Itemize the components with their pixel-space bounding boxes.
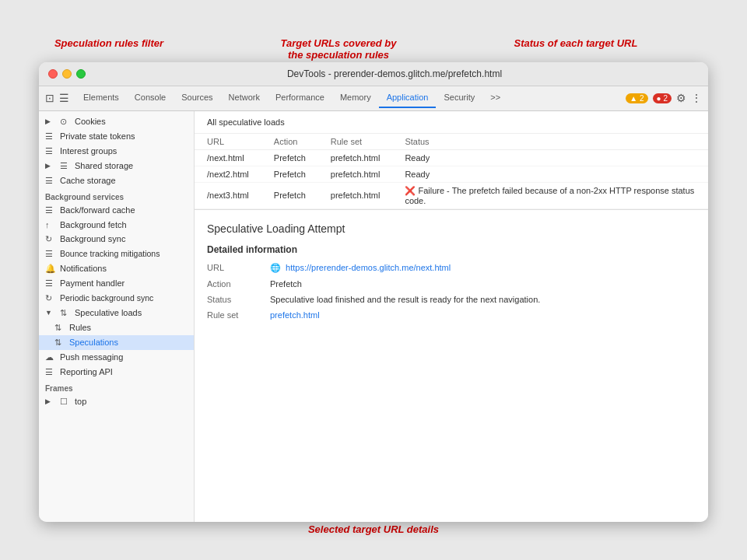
row3-action: Prefetch xyxy=(261,182,318,208)
sidebar-label-shared: Shared storage xyxy=(75,161,133,170)
sidebar-label-bg-sync: Background sync xyxy=(60,234,125,243)
sidebar-label-notifications: Notifications xyxy=(60,264,107,273)
section-background-services: Background services xyxy=(39,188,194,203)
sidebar-item-interest-groups[interactable]: ☰ Interest groups xyxy=(39,144,194,159)
row3-status: ❌ Failure - The prefetch failed because … xyxy=(392,182,708,208)
row1-url: /next.html xyxy=(195,149,261,166)
row2-ruleset: prefetch.html xyxy=(318,166,393,182)
sidebar-label-bounce: Bounce tracking mitigations xyxy=(60,249,160,258)
section-frames: Frames xyxy=(39,380,194,394)
row1-status: Ready xyxy=(392,149,708,166)
close-button[interactable] xyxy=(48,69,58,79)
cache-icon: ☰ xyxy=(45,176,56,186)
url-link[interactable]: https://prerender-demos.glitch.me/next.h… xyxy=(286,263,451,272)
table-row[interactable]: /next2.html Prefetch prefetch.html Ready xyxy=(195,166,708,182)
maximize-button[interactable] xyxy=(76,69,86,79)
row2-url: /next2.html xyxy=(195,166,261,182)
col-ruleset: Rule set xyxy=(318,134,393,150)
col-action: Action xyxy=(261,134,318,150)
sidebar-item-periodic-bg-sync[interactable]: ↻ Periodic background sync xyxy=(39,291,194,306)
sidebar-item-cache-storage[interactable]: ☰ Cache storage xyxy=(39,173,194,188)
notification-icon: 🔔 xyxy=(45,264,56,274)
speculations-icon: ⇅ xyxy=(54,338,65,348)
tab-elements[interactable]: Elements xyxy=(75,88,127,108)
settings-icon[interactable]: ⚙ xyxy=(676,92,686,104)
frame-icon: ☐ xyxy=(60,397,71,407)
push-icon: ☁ xyxy=(45,352,56,362)
sidebar-item-private-state-tokens[interactable]: ☰ Private state tokens xyxy=(39,129,194,144)
detail-value-action: Prefetch xyxy=(270,279,302,289)
spec-loads-icon: ⇅ xyxy=(60,308,71,318)
row1-action: Prefetch xyxy=(261,149,318,166)
table-row[interactable]: /next3.html Prefetch prefetch.html ❌ Fai… xyxy=(195,182,708,208)
sidebar-label-top: top xyxy=(75,397,86,406)
row3-url: /next3.html xyxy=(195,182,261,208)
cursor-icon[interactable]: ⊡ xyxy=(45,92,54,104)
row2-action: Prefetch xyxy=(261,166,318,182)
globe-icon: 🌐 xyxy=(270,263,281,272)
detail-label-status: Status xyxy=(207,295,258,304)
devtools-toolbar: ⊡ ☰ Elements Console Sources Network Per… xyxy=(39,86,708,111)
table-row[interactable]: /next.html Prefetch prefetch.html Ready xyxy=(195,149,708,166)
expand-icon: ▶ xyxy=(45,117,56,125)
sidebar-item-top-frame[interactable]: ▶ ☐ top xyxy=(39,394,194,409)
sidebar-item-notifications[interactable]: 🔔 Notifications xyxy=(39,261,194,276)
sidebar-label-push: Push messaging xyxy=(60,352,123,362)
bounce-icon: ☰ xyxy=(45,249,56,259)
toolbar-icons: ⊡ ☰ xyxy=(45,92,69,104)
reporting-icon: ☰ xyxy=(45,367,56,377)
row2-status: Ready xyxy=(392,166,708,182)
tab-performance[interactable]: Performance xyxy=(268,88,332,108)
sidebar-item-bounce-tracking[interactable]: ☰ Bounce tracking mitigations xyxy=(39,247,194,261)
mobile-icon[interactable]: ☰ xyxy=(59,92,69,104)
annotation-selected-target: Selected target URL details xyxy=(272,523,475,535)
detail-title: Speculative Loading Attempt xyxy=(207,222,696,235)
ruleset-link[interactable]: prefetch.html xyxy=(270,310,320,320)
minimize-button[interactable] xyxy=(62,69,72,79)
detail-row-action: Action Prefetch xyxy=(207,279,696,289)
col-url: URL xyxy=(195,134,261,150)
fetch-icon: ↑ xyxy=(45,220,56,229)
sidebar-item-shared-storage[interactable]: ▶ ☰ Shared storage xyxy=(39,159,194,173)
spec-table: URL Action Rule set Status /next.html Pr… xyxy=(195,134,708,209)
sidebar-item-speculations[interactable]: ⇅ Speculations xyxy=(39,335,194,350)
tab-network[interactable]: Network xyxy=(221,88,268,108)
sidebar-item-background-sync[interactable]: ↻ Background sync xyxy=(39,232,194,247)
detail-subtitle: Detailed information xyxy=(207,244,696,255)
sidebar-label-speculations: Speculations xyxy=(69,338,118,347)
sidebar-label-cache: Cache storage xyxy=(60,176,116,185)
title-bar: DevTools - prerender-demos.glitch.me/pre… xyxy=(39,62,708,86)
tab-security[interactable]: Security xyxy=(436,88,482,108)
sidebar-label-interest: Interest groups xyxy=(60,146,117,156)
sidebar-label-spec-loads: Speculative loads xyxy=(75,308,142,317)
row1-ruleset: prefetch.html xyxy=(318,149,393,166)
sidebar-label-payment: Payment handler xyxy=(60,278,124,288)
tab-application[interactable]: Application xyxy=(379,88,437,108)
sidebar-item-push-messaging[interactable]: ☁ Push messaging xyxy=(39,350,194,365)
tab-console[interactable]: Console xyxy=(127,88,174,108)
sidebar-label-cookies: Cookies xyxy=(75,117,106,126)
sidebar-item-cookies[interactable]: ▶ ⊙ Cookies xyxy=(39,114,194,129)
sidebar-label-reporting: Reporting API xyxy=(60,367,113,376)
sidebar-item-payment-handler[interactable]: ☰ Payment handler xyxy=(39,276,194,291)
sidebar-item-speculative-loads[interactable]: ▼ ⇅ Speculative loads xyxy=(39,306,194,320)
sync-icon: ↻ xyxy=(45,234,56,244)
sidebar-item-reporting-api[interactable]: ☰ Reporting API xyxy=(39,365,194,380)
sidebar-item-rules[interactable]: ⇅ Rules xyxy=(39,320,194,335)
error-badge: ● 2 xyxy=(653,93,672,103)
storage-icon: ☰ xyxy=(45,131,56,142)
sidebar-label-back-forward: Back/forward cache xyxy=(60,205,135,215)
rules-icon: ⇅ xyxy=(54,323,65,333)
tab-more[interactable]: >> xyxy=(482,88,508,108)
tab-sources[interactable]: Sources xyxy=(174,88,220,108)
detail-panel: Speculative Loading Attempt Detailed inf… xyxy=(195,209,708,522)
sidebar-item-background-fetch[interactable]: ↑ Background fetch xyxy=(39,218,194,232)
back-forward-icon: ☰ xyxy=(45,205,56,215)
more-options-icon[interactable]: ⋮ xyxy=(691,92,702,104)
sidebar-item-back-forward[interactable]: ☰ Back/forward cache xyxy=(39,203,194,218)
expand-frame-icon: ▶ xyxy=(45,397,56,405)
window-title: DevTools - prerender-demos.glitch.me/pre… xyxy=(90,68,699,79)
sidebar-label-periodic: Periodic background sync xyxy=(60,293,153,303)
browser-window: DevTools - prerender-demos.glitch.me/pre… xyxy=(39,62,708,522)
tab-memory[interactable]: Memory xyxy=(332,88,379,108)
